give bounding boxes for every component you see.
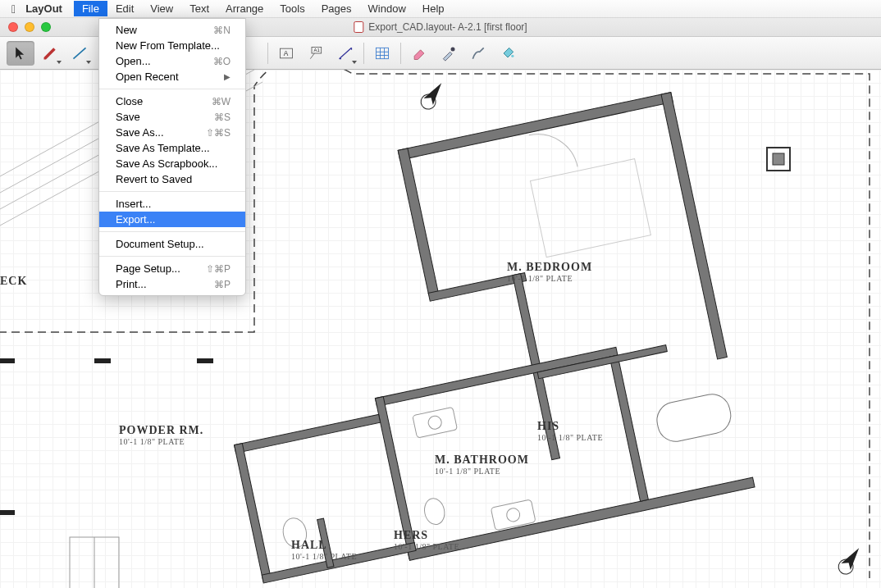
window-title: Export_CAD.layout- A-2.1 [first floor] [368,21,527,33]
room-label-mbedroom: M. BEDROOM 10'-1 1/8" PLATE [507,261,592,283]
menu-item-open[interactable]: Open...⌘O [99,53,245,69]
tool-eyedropper[interactable] [435,41,463,66]
menu-item-open-recent[interactable]: Open Recent▶ [99,69,245,84]
room-label-hers: HERS 10'-1 1/8" PLATE [394,529,459,551]
tool-select[interactable] [7,41,34,66]
menu-item-export[interactable]: Export... [99,212,245,227]
svg-rect-4 [377,48,389,58]
svg-rect-26 [408,477,755,560]
bucket-icon [500,45,516,62]
line-icon [71,45,88,62]
tool-eraser[interactable] [405,41,433,66]
submenu-arrow-icon: ▶ [224,72,231,81]
menu-item-document-setup[interactable]: Document Setup... [99,236,245,252]
label-icon: A1 [308,45,324,62]
tool-dimension[interactable] [331,41,359,66]
menu-view[interactable]: View [142,1,181,16]
table-icon [374,45,390,62]
menu-item-save[interactable]: Save⌘S [99,109,245,125]
svg-text:A1: A1 [314,48,320,52]
svg-rect-30 [235,444,272,581]
svg-rect-19 [398,93,673,160]
svg-rect-33 [654,391,734,445]
menu-help[interactable]: Help [414,1,453,16]
dimension-icon [337,45,354,62]
window-minimize-icon[interactable] [25,22,34,32]
menu-item-new[interactable]: New⌘N [99,22,245,38]
cursor-icon [12,45,29,62]
document-icon [354,21,363,33]
svg-rect-21 [398,148,438,295]
menu-bar:  LayOut File Edit View Text Arrange Too… [0,0,881,18]
menu-item-save-template[interactable]: Save As Template... [99,140,245,156]
menu-window[interactable]: Window [360,1,414,16]
tool-line[interactable] [66,41,94,66]
menu-item-close[interactable]: Close⌘W [99,93,245,109]
menu-tools[interactable]: Tools [272,1,313,16]
pencil-icon [42,45,58,62]
svg-rect-34 [413,407,458,438]
tool-text[interactable]: A [272,41,300,66]
window-zoom-icon[interactable] [41,22,51,32]
menu-edit[interactable]: Edit [107,1,142,16]
pen-icon [470,45,486,62]
svg-rect-40 [530,159,650,258]
svg-point-6 [511,54,514,57]
svg-rect-20 [661,93,727,359]
svg-point-39 [422,497,447,526]
menu-file[interactable]: File [74,1,107,16]
tool-label[interactable]: A1 [302,41,330,66]
svg-point-5 [451,47,455,51]
room-label-mbath: M. BATHROOM 10'-1 1/8" PLATE [435,454,529,476]
room-label-his: HIS 10'-1 1/8" PLATE [537,420,603,442]
svg-rect-29 [235,414,381,453]
eyedropper-icon [440,45,457,62]
room-label-powder: POWDER RM. 10'-1 1/8" PLATE [119,424,203,446]
app-name[interactable]: LayOut [25,2,62,15]
window-close-icon[interactable] [8,22,18,32]
tool-pencil[interactable] [36,41,64,66]
menu-item-insert[interactable]: Insert... [99,196,245,212]
tool-table[interactable] [368,41,396,66]
eraser-icon [411,45,427,62]
svg-text:A: A [284,49,289,57]
menu-item-page-setup[interactable]: Page Setup...⇧⌘P [99,261,245,276]
room-label-hall: HALL 10'-1 1/8" PLATE [291,539,357,561]
svg-rect-27 [609,355,648,501]
menu-item-save-scrapbook[interactable]: Save As Scrapbook... [99,156,245,171]
menu-item-new-template[interactable]: New From Template... [99,38,245,53]
text-icon: A [278,45,294,62]
tool-freehand[interactable] [464,41,492,66]
menu-arrange[interactable]: Arrange [217,1,272,16]
menu-item-save-as[interactable]: Save As...⇧⌘S [99,125,245,140]
svg-rect-14 [773,153,784,165]
room-label-deck: ECK [0,275,27,288]
menu-item-print[interactable]: Print...⌘P [99,276,245,292]
svg-rect-24 [375,347,618,406]
file-menu-dropdown: New⌘N New From Template... Open...⌘O Ope… [98,18,246,296]
menu-text[interactable]: Text [181,1,217,16]
menu-item-revert[interactable]: Revert to Saved [99,171,245,187]
menu-pages[interactable]: Pages [313,1,360,16]
apple-menu-icon[interactable]:  [11,2,16,16]
tool-style[interactable] [494,41,522,66]
